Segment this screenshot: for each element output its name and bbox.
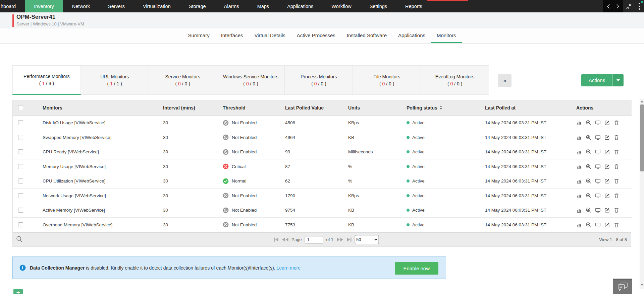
edit-icon[interactable] — [604, 149, 610, 155]
bar-chart-icon[interactable] — [576, 164, 582, 169]
edit-icon[interactable] — [604, 193, 610, 199]
edit-icon[interactable] — [604, 164, 610, 169]
delete-icon[interactable] — [614, 222, 619, 228]
learn-more-link[interactable]: Learn more — [276, 265, 301, 271]
monitor-name[interactable]: CPU Ready [VIWebService] — [34, 145, 158, 159]
monitor-display-icon[interactable] — [595, 149, 601, 155]
zoom-graph-icon[interactable] — [586, 135, 591, 140]
chevron-left-icon[interactable] — [604, 4, 612, 9]
tab-interfaces[interactable]: Interfaces — [215, 28, 249, 43]
nav-item-network[interactable]: Network — [63, 0, 99, 12]
tab-virtual-details[interactable]: Virtual Details — [249, 28, 291, 43]
nav-item-storage[interactable]: Storage — [180, 0, 215, 12]
nav-item-workflow[interactable]: Workflow — [322, 0, 360, 12]
select-all-checkbox[interactable] — [18, 105, 23, 110]
nav-item-servers[interactable]: Servers — [99, 0, 134, 12]
row-checkbox[interactable] — [18, 222, 23, 227]
bar-chart-icon[interactable] — [576, 178, 582, 184]
monitor-display-icon[interactable] — [595, 193, 601, 199]
delete-icon[interactable] — [614, 135, 619, 140]
monitor-display-icon[interactable] — [595, 178, 601, 184]
row-checkbox[interactable] — [18, 178, 23, 183]
delete-icon[interactable] — [614, 193, 619, 199]
monitor-name[interactable]: Memory Usage [VIWebService] — [34, 159, 158, 174]
nav-item-settings[interactable]: Settings — [361, 0, 396, 12]
scrollbar-down-arrow[interactable] — [641, 284, 643, 286]
compress-icon[interactable] — [623, 0, 635, 12]
column-polling-status[interactable]: Polling status — [401, 100, 480, 116]
zoom-graph-icon[interactable] — [586, 149, 591, 155]
monitor-display-icon[interactable] — [595, 135, 601, 140]
row-checkbox[interactable] — [18, 135, 23, 140]
monitor-tab-process-monitors[interactable]: Process Monitors( 0 / 0 ) — [285, 65, 353, 95]
edit-icon[interactable] — [604, 178, 610, 184]
prev-page-icon[interactable] — [282, 237, 288, 242]
actions-dropdown-toggle[interactable] — [612, 74, 624, 86]
zoom-graph-icon[interactable] — [586, 207, 591, 213]
sort-icon[interactable] — [439, 105, 442, 110]
monitor-display-icon[interactable] — [595, 222, 601, 228]
zoom-graph-icon[interactable] — [586, 222, 591, 228]
monitor-tab-service-monitors[interactable]: Service Monitors( 0 / 0 ) — [149, 65, 217, 95]
monitor-name[interactable]: Swapped Memory [VIWebService] — [34, 130, 158, 145]
monitor-tabs-overflow-button[interactable]: » — [498, 74, 512, 87]
monitor-tab-windows-service-monitors[interactable]: Windows Service Monitors( 0 / 0 ) — [217, 65, 285, 95]
nav-item-maps[interactable]: Maps — [248, 0, 278, 12]
monitor-tab-eventlog-monitors[interactable]: EventLog Monitors( 0 / 0 ) — [421, 65, 489, 95]
edit-icon[interactable] — [604, 222, 610, 228]
tab-summary[interactable]: Summary — [182, 28, 215, 43]
monitor-name[interactable]: Overhead Memory [VIWebService] — [34, 218, 158, 232]
nav-item-alarms[interactable]: Alarms — [215, 0, 248, 12]
row-checkbox[interactable] — [18, 164, 23, 169]
bar-chart-icon[interactable] — [576, 207, 582, 213]
delete-icon[interactable] — [614, 164, 619, 169]
monitor-name[interactable]: Active Memory [VIWebService] — [34, 203, 158, 218]
nav-item-virtualization[interactable]: Virtualization — [134, 0, 180, 12]
delete-icon[interactable] — [614, 149, 619, 155]
tab-monitors[interactable]: Monitors — [431, 28, 462, 43]
monitor-name[interactable]: Disk I/O Usage [VIWebService] — [34, 116, 158, 130]
edit-icon[interactable] — [604, 207, 610, 213]
page-input[interactable] — [305, 236, 323, 243]
zoom-graph-icon[interactable] — [586, 164, 591, 169]
first-page-icon[interactable] — [273, 237, 279, 242]
monitor-tab-file-monitors[interactable]: File Monitors( 0 / 0 ) — [353, 65, 421, 95]
actions-button[interactable]: Actions — [581, 74, 624, 86]
tab-installed-software[interactable]: Installed Software — [341, 28, 392, 43]
chevron-right-icon[interactable] — [614, 4, 622, 9]
tab-active-processes[interactable]: Active Processes — [291, 28, 341, 43]
nav-item-reports[interactable]: Reports — [396, 0, 431, 12]
bar-chart-icon[interactable] — [576, 222, 582, 228]
bar-chart-icon[interactable] — [576, 135, 582, 140]
bar-chart-icon[interactable] — [576, 149, 582, 155]
monitor-name[interactable]: Network Usage [VIWebService] — [34, 189, 158, 203]
nav-item-inventory[interactable]: Inventory — [25, 0, 63, 12]
nav-item-applications[interactable]: Applications — [278, 0, 322, 12]
edit-icon[interactable] — [604, 135, 610, 140]
next-page-icon[interactable] — [336, 237, 343, 242]
nav-item-hboard[interactable]: hboard — [0, 0, 25, 12]
search-icon[interactable] — [16, 236, 22, 244]
scrollbar-up-arrow[interactable] — [641, 100, 643, 102]
add-button[interactable]: + — [13, 289, 23, 294]
chat-button[interactable] — [613, 279, 632, 294]
delete-icon[interactable] — [614, 207, 619, 213]
monitor-tab-url-monitors[interactable]: URL Monitors( 1 / 1 ) — [81, 65, 149, 95]
edit-icon[interactable] — [604, 120, 610, 126]
delete-icon[interactable] — [614, 178, 619, 184]
bar-chart-icon[interactable] — [576, 120, 582, 126]
monitor-display-icon[interactable] — [595, 120, 601, 126]
zoom-graph-icon[interactable] — [586, 178, 591, 184]
zoom-graph-icon[interactable] — [586, 120, 591, 126]
row-checkbox[interactable] — [18, 120, 23, 125]
bar-chart-icon[interactable] — [576, 193, 582, 199]
monitor-name[interactable]: CPU Utilization [VIWebService] — [34, 174, 158, 189]
row-checkbox[interactable] — [18, 208, 23, 213]
last-page-icon[interactable] — [346, 237, 352, 242]
tab-applications[interactable]: Applications — [392, 28, 431, 43]
scrollbar-thumb[interactable] — [640, 104, 644, 171]
row-checkbox[interactable] — [18, 149, 23, 154]
monitor-display-icon[interactable] — [595, 164, 601, 169]
zoom-graph-icon[interactable] — [586, 193, 591, 199]
monitor-display-icon[interactable] — [595, 207, 601, 213]
